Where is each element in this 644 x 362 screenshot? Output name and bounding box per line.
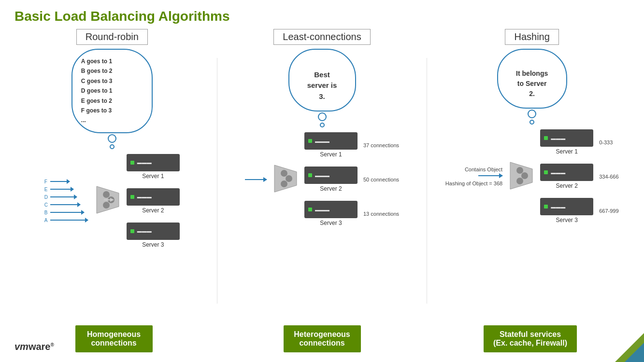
lc-bubble2 xyxy=(320,123,325,127)
rr-arrow-E: E xyxy=(44,187,88,192)
corner-decoration xyxy=(586,314,644,362)
lc-server2-row: ▬▬▬ Server 2 50 connections xyxy=(304,167,399,192)
hash-cloud-text: It belongs to Server 2. xyxy=(516,70,548,97)
vmware-reg: ® xyxy=(51,342,54,348)
lc-server1: ▬▬▬ Server 1 xyxy=(304,132,358,158)
server-graphic: ▬▬▬ xyxy=(137,194,152,199)
lc-cloud-text: Best server is 3. xyxy=(307,70,337,100)
hash-server1-row: ▬▬▬ Server 1 0-333 xyxy=(540,129,613,155)
hash-server1-range: 0-333 xyxy=(599,139,613,145)
vmware-ware: ware xyxy=(29,341,51,352)
server-graphic: ▬▬▬ xyxy=(137,228,152,234)
rr-cloud-text: A goes to 1 B goes to 2 C goes to 3 D go… xyxy=(81,58,113,124)
hash-server1-block: ▬▬▬ xyxy=(540,129,593,147)
round-robin-section: Round-robin A goes to 1 B goes to 2 C go… xyxy=(7,29,217,304)
lc-lb-icon xyxy=(271,161,301,198)
hash-value-label: Hashing of Object = 368 xyxy=(445,180,502,187)
hash-lb-icon xyxy=(506,158,536,195)
hashing-section: Hashing It belongs to Server 2. Contains… xyxy=(427,29,637,304)
lc-server1-label: Server 1 xyxy=(320,151,342,158)
lc-server1-block: ▬▬▬ xyxy=(304,132,358,150)
hash-contains-label: Contains Object xyxy=(465,166,502,173)
hash-diagram: Contains Object Hashing of Object = 368 xyxy=(432,129,632,223)
hash-servers: ▬▬▬ Server 1 0-333 ▬▬▬ Server 2 xyxy=(540,129,618,223)
hash-cloud-bubbles xyxy=(528,110,536,125)
hash-server3-label: Server 3 xyxy=(556,217,577,223)
lc-server1-row: ▬▬▬ Server 1 37 connections xyxy=(304,132,399,158)
hash-bubble1 xyxy=(528,110,536,118)
hash-server3-range: 667-999 xyxy=(599,208,618,214)
hash-server2-label: Server 2 xyxy=(556,182,577,189)
rr-server1: ▬▬▬ xyxy=(127,154,180,171)
rr-lb-icon xyxy=(93,182,123,219)
svg-point-1 xyxy=(103,191,110,198)
hash-server2-range: 334-666 xyxy=(599,174,618,180)
lc-title: Least-connections xyxy=(273,29,370,45)
lc-cloud-bubbles xyxy=(318,112,327,127)
lc-server1-conns: 37 connections xyxy=(363,142,399,148)
bottom-labels-row: Homogeneous connections Heterogeneous co… xyxy=(0,304,644,362)
lc-bottom-text: Heterogeneous connections xyxy=(294,330,350,347)
server-led xyxy=(544,205,548,209)
svg-point-12 xyxy=(521,172,528,179)
hash-server2: ▬▬▬ Server 2 xyxy=(540,164,593,189)
rr-server2: ▬▬▬ xyxy=(127,188,180,206)
server-led xyxy=(130,161,134,165)
page-container: Basic Load Balancing Algorithms Round-ro… xyxy=(0,0,644,362)
lc-server3-label: Server 3 xyxy=(320,220,342,226)
bubble1 xyxy=(108,134,116,143)
rr-server1-label: Server 1 xyxy=(142,173,164,180)
svg-point-8 xyxy=(286,175,292,182)
hash-server3: ▬▬▬ Server 3 xyxy=(540,198,593,223)
hash-title: Hashing xyxy=(505,29,558,45)
hash-bottom-label: Stateful services (Ex. cache, Firewall) xyxy=(484,325,577,352)
hash-server3-row: ▬▬▬ Server 3 667-999 xyxy=(540,198,618,223)
rr-arrow-D: D xyxy=(44,195,88,200)
rr-cloud-bubbles xyxy=(108,134,116,149)
vmware-logo: vmware® xyxy=(14,341,54,352)
hash-left-panel: Contains Object Hashing of Object = 368 xyxy=(445,166,502,187)
rr-title: Round-robin xyxy=(76,29,148,45)
server-led xyxy=(308,173,312,177)
lc-servers: ▬▬▬ Server 1 37 connections ▬▬▬ Se xyxy=(304,132,399,226)
rr-diagram: F E D xyxy=(12,154,212,248)
hash-server3-block: ▬▬▬ xyxy=(540,198,593,215)
rr-arrow-A: A xyxy=(44,218,88,223)
hash-server2-block: ▬▬▬ xyxy=(540,164,593,181)
lc-diagram: ▬▬▬ Server 1 37 connections ▬▬▬ Se xyxy=(222,132,422,226)
server-led xyxy=(544,136,548,140)
rr-server2-label: Server 2 xyxy=(142,207,164,214)
svg-point-13 xyxy=(516,178,523,184)
rr-server2-row: ▬▬▬ Server 2 xyxy=(127,188,180,214)
rr-bottom-text: Homogeneous connections xyxy=(87,330,141,347)
least-conn-section: Least-connections Best server is 3. xyxy=(217,29,427,304)
rr-server1-row: ▬▬▬ Server 1 xyxy=(127,154,180,180)
hash-server1-label: Server 1 xyxy=(556,148,577,155)
lc-bottom: Heterogeneous connections xyxy=(218,311,426,352)
page-title: Basic Load Balancing Algorithms xyxy=(0,0,644,29)
svg-point-3 xyxy=(103,202,110,209)
vmware-vm: vm xyxy=(14,341,29,352)
hash-cloud: It belongs to Server 2. xyxy=(497,49,567,109)
lc-server3-block: ▬▬▬ xyxy=(304,201,358,218)
rr-arrow-C: C xyxy=(44,202,88,208)
hash-server1: ▬▬▬ Server 1 xyxy=(540,129,593,155)
lc-server2-conns: 50 connections xyxy=(363,177,399,182)
rr-server3: ▬▬▬ xyxy=(127,223,180,240)
lc-bottom-label: Heterogeneous connections xyxy=(284,325,361,352)
columns-row: Round-robin A goes to 1 B goes to 2 C go… xyxy=(0,29,644,304)
lc-server3-row: ▬▬▬ Server 3 13 connections xyxy=(304,201,399,226)
server-led xyxy=(308,208,312,211)
lc-server2-label: Server 2 xyxy=(320,185,342,192)
lc-server2: ▬▬▬ Server 2 xyxy=(304,167,358,192)
server-led xyxy=(130,195,134,199)
rr-bottom-label: Homogeneous connections xyxy=(75,325,153,352)
server-led xyxy=(544,170,548,174)
server-led xyxy=(308,139,312,143)
svg-point-7 xyxy=(281,170,287,177)
rr-server3-row: ▬▬▬ Server 3 xyxy=(127,223,180,248)
hash-input-arrow xyxy=(478,175,502,176)
lc-bubble1 xyxy=(318,112,327,121)
lc-server3: ▬▬▬ Server 3 xyxy=(304,201,358,226)
rr-server3-label: Server 3 xyxy=(142,241,164,248)
